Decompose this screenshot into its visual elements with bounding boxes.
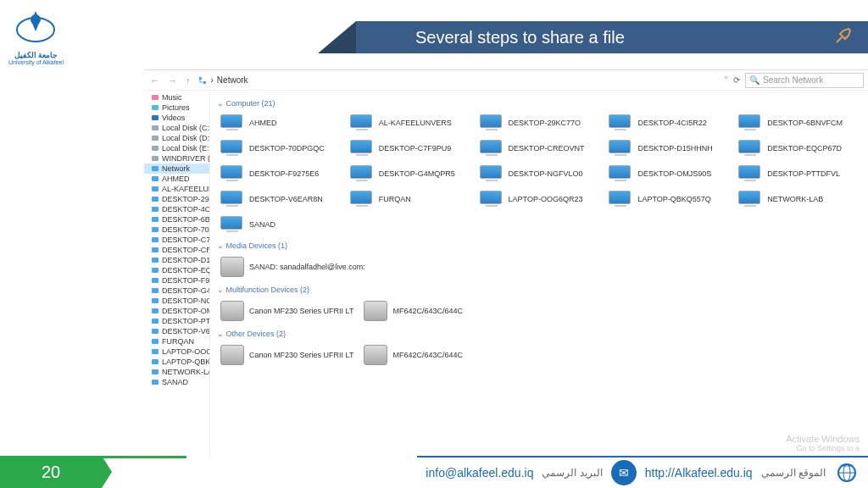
sidebar-item-label: DESKTOP-EQCP67D — [162, 266, 209, 274]
sidebar-item[interactable]: FURQAN — [144, 336, 209, 347]
sidebar-item[interactable]: Music — [144, 92, 209, 103]
sidebar-item[interactable]: DESKTOP-C7F9PU9 — [144, 235, 209, 245]
network-item[interactable]: DESKTOP-G4MQPR5 — [347, 162, 473, 186]
sidebar-item-label: DESKTOP-V6EAR8N — [162, 327, 209, 336]
email-link[interactable]: info@alkafeel.edu.iq — [426, 466, 533, 480]
network-item[interactable]: FURQAN — [347, 187, 473, 211]
svg-rect-2 — [199, 77, 202, 80]
network-item[interactable]: NETWORK-LAB — [735, 187, 861, 211]
computer-icon — [480, 165, 504, 182]
network-item[interactable]: MF642C/643C/644C — [360, 341, 483, 369]
network-item[interactable]: LAPTOP-OOG6QR23 — [476, 187, 603, 211]
sidebar-item[interactable]: LAPTOP-QBKQ557Q — [144, 357, 209, 367]
sidebar-item[interactable]: Videos — [144, 113, 209, 123]
sidebar-item[interactable]: DESKTOP-G4MQPR5 — [144, 286, 209, 296]
group-header[interactable]: ⌄ Computer (21) — [217, 99, 861, 108]
group-header[interactable]: ⌄ Multifunction Devices (2) — [217, 286, 861, 294]
sidebar-item[interactable]: DESKTOP-NGFVLO0 — [144, 296, 209, 306]
sidebar-item-label: Videos — [162, 114, 185, 122]
network-item[interactable]: Canon MF230 Series UFRII LT — [217, 341, 357, 369]
network-item[interactable]: Canon MF230 Series UFRII LT — [217, 297, 357, 324]
network-item[interactable]: SANAD: sanadalfadhel@live.com: — [217, 253, 369, 280]
network-item[interactable]: DESKTOP-EQCP67D — [735, 136, 861, 160]
sidebar-item-label: Local Disk (E:) — [162, 144, 209, 152]
sidebar-item-label: AL-KAFEELUNVERS — [162, 185, 209, 193]
computer-icon — [350, 140, 374, 157]
sidebar-item-label: DESKTOP-C7F9PU9 — [162, 236, 209, 244]
sidebar-item[interactable]: Local Disk (D:) — [144, 133, 209, 143]
item-label: DESKTOP-70DPGQC — [249, 144, 325, 152]
sidebar-item[interactable]: LAPTOP-OOG6QR23 — [144, 347, 209, 357]
sidebar-item[interactable]: AL-KAFEELUNVERS — [144, 184, 209, 194]
network-item[interactable]: LAPTOP-QBKQ557Q — [605, 187, 732, 211]
sidebar-item[interactable]: WINDRIVER (F:) — [144, 153, 209, 164]
sidebar-item-label: Local Disk (D:) — [162, 134, 209, 142]
sidebar-item-label: LAPTOP-QBKQ557Q — [162, 358, 209, 366]
computer-icon — [350, 191, 374, 208]
sidebar-item[interactable]: Network — [144, 164, 209, 174]
sidebar-item[interactable]: DESKTOP-CREOVNT — [144, 245, 209, 255]
sidebar-item-label: DESKTOP-29KC77O — [162, 195, 209, 203]
sidebar-item-label: DESKTOP-OMJS90S — [162, 307, 209, 315]
forward-button[interactable]: → — [166, 75, 179, 86]
dropdown-icon[interactable]: ˅ — [724, 75, 728, 85]
svg-rect-20 — [152, 258, 159, 263]
sidebar-item[interactable]: Pictures — [144, 103, 209, 113]
computer-icon — [738, 165, 762, 182]
network-item[interactable]: AL-KAFEELUNVERS — [347, 111, 473, 135]
network-item[interactable]: DESKTOP-PTTDFVL — [735, 162, 861, 186]
sidebar-item[interactable]: AHMED — [144, 174, 209, 184]
item-label: DESKTOP-V6EAR8N — [249, 195, 323, 203]
computer-icon — [609, 165, 632, 182]
item-label: DESKTOP-F9275E6 — [249, 169, 319, 178]
back-button[interactable]: ← — [148, 75, 161, 86]
group-header[interactable]: ⌄ Media Devices (1) — [217, 241, 861, 250]
sidebar-item[interactable]: DESKTOP-29KC77O — [144, 194, 209, 204]
group-header[interactable]: ⌄ Other Devices (2) — [217, 330, 861, 338]
network-item[interactable]: DESKTOP-F9275E6 — [217, 162, 343, 186]
sidebar-item[interactable]: SANAD — [144, 377, 209, 387]
sidebar-item[interactable]: DESKTOP-70DPGQC — [144, 225, 209, 235]
chevron-down-icon: ⌄ — [217, 99, 224, 108]
network-item[interactable]: DESKTOP-V6EAR8N — [217, 187, 343, 211]
sidebar-item[interactable]: Local Disk (C:) — [144, 123, 209, 133]
sidebar-item[interactable]: DESKTOP-PTTDFVL — [144, 316, 209, 326]
footer: 20 info@alkafeel.edu.iq البريد الرسمي ✉ … — [0, 456, 868, 488]
network-item[interactable]: DESKTOP-6BNVFCM — [735, 111, 861, 135]
up-button[interactable]: ↑ — [184, 75, 192, 86]
network-item[interactable]: DESKTOP-CREOVNT — [476, 136, 603, 160]
sidebar-item[interactable]: NETWORK-LAB — [144, 367, 209, 377]
page-title: Several steps to share a file — [415, 28, 625, 47]
sidebar-item[interactable]: DESKTOP-4CI5R22 — [144, 204, 209, 214]
computer-icon — [350, 114, 374, 131]
network-item[interactable]: DESKTOP-D15HHNH — [605, 136, 732, 160]
item-label: DESKTOP-29KC77O — [509, 119, 581, 127]
mail-icon: ✉ — [611, 460, 637, 485]
sidebar-item[interactable]: DESKTOP-OMJS90S — [144, 306, 209, 316]
network-item[interactable]: MF642C/643C/644C — [360, 297, 483, 324]
breadcrumb[interactable]: › Network — [198, 75, 720, 86]
sidebar-item[interactable]: DESKTOP-F9275E6 — [144, 275, 209, 286]
search-input[interactable]: 🔍 Search Network — [745, 73, 864, 88]
item-label: DESKTOP-G4MQPR5 — [379, 169, 455, 178]
computer-icon — [220, 216, 244, 233]
sidebar-item[interactable]: Local Disk (E:) — [144, 143, 209, 153]
network-item[interactable]: DESKTOP-4CI5R22 — [605, 111, 732, 135]
sidebar-item[interactable]: DESKTOP-V6EAR8N — [144, 326, 209, 336]
network-item[interactable]: DESKTOP-NGFVLO0 — [476, 162, 603, 186]
network-item[interactable]: AHMED — [217, 111, 343, 135]
sidebar-item-label: DESKTOP-6BNVFCM — [162, 215, 209, 224]
network-item[interactable]: DESKTOP-OMJS90S — [605, 162, 732, 186]
website-link[interactable]: http://Alkafeel.edu.iq — [645, 466, 753, 480]
sidebar-item[interactable]: DESKTOP-D15HHNH — [144, 255, 209, 265]
network-item[interactable]: SANAD — [217, 213, 343, 236]
sidebar-item[interactable]: DESKTOP-EQCP67D — [144, 265, 209, 275]
computer-icon — [738, 191, 762, 208]
network-item[interactable]: DESKTOP-29KC77O — [476, 111, 603, 135]
sidebar-item[interactable]: DESKTOP-6BNVFCM — [144, 214, 209, 225]
network-item[interactable]: DESKTOP-70DPGQC — [217, 136, 343, 160]
svg-rect-7 — [152, 125, 159, 130]
sidebar-item-label: WINDRIVER (F:) — [162, 154, 209, 163]
refresh-button[interactable]: ⟳ — [733, 75, 740, 85]
network-item[interactable]: DESKTOP-C7F9PU9 — [347, 136, 473, 160]
